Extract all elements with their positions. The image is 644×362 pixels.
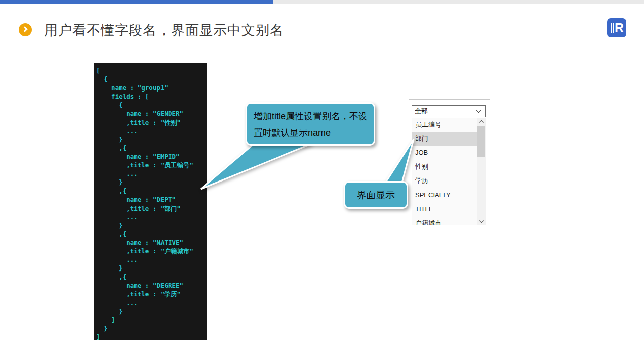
- field-select[interactable]: 全部: [412, 105, 486, 117]
- scrollbar-thumb[interactable]: [477, 126, 485, 157]
- scroll-up-button[interactable]: [477, 118, 486, 125]
- callout1-text: 增加title属性设置别名，不设置时默认显示name: [247, 104, 374, 141]
- brand-logo: R: [607, 18, 626, 37]
- dropdown-items: 员工编号部门JOB性别学历SPECIALTYTITLE户籍城市: [412, 118, 477, 225]
- list-item[interactable]: 性别: [412, 160, 477, 174]
- title-bullet-icon: [19, 23, 32, 36]
- list-item[interactable]: 户籍城市: [412, 216, 477, 225]
- list-item[interactable]: JOB: [412, 146, 477, 160]
- scrollbar[interactable]: [477, 118, 486, 225]
- chevron-down-icon: [479, 219, 483, 223]
- code-panel: [ { name : "group1" fields : [ { name : …: [94, 63, 207, 340]
- select-value: 全部: [412, 107, 477, 116]
- list-item[interactable]: TITLE: [412, 202, 477, 216]
- callout1-tail: [201, 144, 312, 189]
- field-dropdown-list: 员工编号部门JOB性别学历SPECIALTYTITLE户籍城市: [412, 118, 486, 225]
- chevron-down-icon: [476, 108, 481, 113]
- panel-divider: [409, 99, 490, 100]
- code-block: [ { name : "group1" fields : [ { name : …: [94, 63, 207, 340]
- callout-title-attribute: 增加title属性设置别名，不设置时默认显示name: [246, 102, 375, 146]
- callout-ui-display: 界面显示: [344, 181, 408, 209]
- topbar-accent: [0, 0, 273, 4]
- page-title: 用户看不懂字段名，界面显示中文别名: [44, 21, 284, 39]
- chevron-right-icon: [22, 26, 27, 32]
- callout2-text: 界面显示: [357, 189, 395, 202]
- logo-letter: R: [615, 21, 624, 35]
- topbar-secondary: [273, 0, 644, 4]
- list-item[interactable]: 员工编号: [412, 118, 477, 132]
- scroll-down-button[interactable]: [477, 218, 486, 225]
- callout2-tail: [384, 139, 414, 185]
- chevron-up-icon: [479, 120, 483, 124]
- list-item[interactable]: SPECIALTY: [412, 188, 477, 202]
- list-item[interactable]: 部门: [412, 132, 477, 146]
- list-item[interactable]: 学历: [412, 174, 477, 188]
